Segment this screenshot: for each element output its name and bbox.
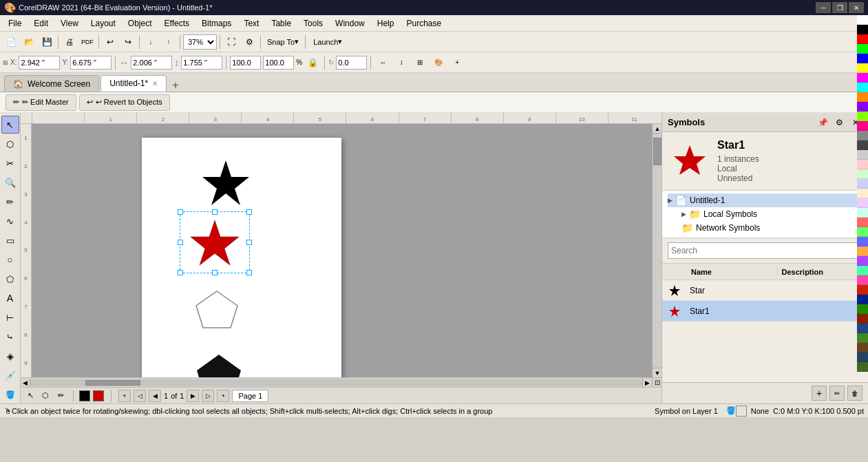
edit-symbol-button[interactable]: ✏ <box>829 386 845 401</box>
sym-col-name[interactable]: Name <box>687 268 778 276</box>
tab-welcome-screen[interactable]: 🏠 Welcome Screen <box>4 75 99 92</box>
transform-button[interactable]: ⊞ <box>412 54 428 71</box>
red-star-shape[interactable] <box>187 217 243 271</box>
color-swatch-cyan[interactable] <box>857 83 868 92</box>
color-swatch-magenta[interactable] <box>857 73 868 83</box>
lock-aspect-button[interactable]: 🔒 <box>304 54 321 71</box>
close-button[interactable]: ✕ <box>849 2 864 13</box>
color-swatch-white[interactable] <box>857 15 868 25</box>
color-swatch-maroon[interactable] <box>857 343 868 353</box>
color-swatch-navy[interactable] <box>857 324 868 333</box>
color-swatch-lightblue[interactable] <box>857 179 868 189</box>
color-swatch-peach[interactable] <box>857 189 868 198</box>
menu-purchase[interactable]: Purchase <box>401 17 447 30</box>
bottom-select-tool[interactable]: ↖ <box>23 389 37 403</box>
sym-col-desc[interactable]: Description <box>778 268 869 276</box>
color-swatch-pink2[interactable] <box>857 160 868 169</box>
menu-tools[interactable]: Tools <box>298 17 328 30</box>
tree-item-network-symbols[interactable]: 📁 Network Symbols <box>668 221 862 235</box>
rectangle-tool[interactable]: ▭ <box>1 231 19 249</box>
black-star-shape[interactable] <box>198 157 253 211</box>
menu-help[interactable]: Help <box>372 17 400 30</box>
scale-w-input[interactable] <box>230 56 261 70</box>
menu-bitmaps[interactable]: Bitmaps <box>196 17 237 30</box>
next-page-button[interactable]: ▶ <box>187 390 199 402</box>
open-button[interactable]: 📂 <box>21 34 37 50</box>
flip-h-button[interactable]: ↔ <box>374 54 391 71</box>
color-swatch-darkblue[interactable] <box>857 295 868 304</box>
h-scrollbar-thumb[interactable] <box>85 380 140 386</box>
symbol-row-star1[interactable]: Star1 <box>662 301 868 322</box>
dimension-tool[interactable]: ⊢ <box>1 308 19 326</box>
color-swatch-purple[interactable] <box>857 102 868 112</box>
outline-color-swatch[interactable] <box>79 390 90 401</box>
bottom-node-tool[interactable]: ⬡ <box>39 389 52 403</box>
menu-view[interactable]: View <box>55 17 84 30</box>
connector-tool[interactable]: ⤷ <box>1 328 19 346</box>
zoom-fit-button[interactable]: ⊡ <box>652 378 661 388</box>
zoom-tool[interactable]: 🔍 <box>1 174 19 191</box>
bottom-pencil-tool[interactable]: ✏ <box>54 389 67 403</box>
color-button[interactable]: 🎨 <box>430 54 447 71</box>
full-screen-button[interactable]: ⛶ <box>223 34 240 50</box>
pentagon-outline-shape[interactable] <box>193 288 241 335</box>
new-page-button[interactable]: + <box>217 390 229 402</box>
color-swatch-orange[interactable] <box>857 92 868 102</box>
tree-item-untitled[interactable]: ▶ 📄 Untitled-1 <box>668 193 862 207</box>
color-swatch-pink[interactable] <box>857 121 868 131</box>
color-swatch-yellow[interactable] <box>857 63 868 73</box>
color-swatch-steel[interactable] <box>857 353 868 362</box>
color-swatch-green2[interactable] <box>857 227 868 237</box>
menu-table[interactable]: Table <box>266 17 297 30</box>
new-button[interactable]: 📄 <box>3 34 19 50</box>
redo-button[interactable]: ↪ <box>120 34 136 50</box>
scroll-up-button[interactable]: ▲ <box>653 124 661 134</box>
minimize-button[interactable]: ─ <box>816 2 831 13</box>
undo-button[interactable]: ↩ <box>102 34 118 50</box>
color-swatch-blue[interactable] <box>857 54 868 63</box>
eyedropper-tool[interactable]: 💉 <box>1 366 19 384</box>
color-swatch-lime[interactable] <box>857 112 868 121</box>
menu-text[interactable]: Text <box>238 17 264 30</box>
crop-tool[interactable]: ✂ <box>1 154 19 172</box>
width-value-input[interactable] <box>131 56 172 70</box>
color-swatch-orange2[interactable] <box>857 246 868 256</box>
color-swatch-black[interactable] <box>857 25 868 34</box>
pdf-button[interactable]: PDF <box>79 34 96 50</box>
first-page-button[interactable]: ◁ <box>134 390 146 402</box>
snap-to-button[interactable]: Snap To ▾ <box>264 34 302 50</box>
import-button[interactable]: ↓ <box>142 34 159 50</box>
print-button[interactable]: 🖨 <box>61 34 78 50</box>
launch-button[interactable]: Launch ▾ <box>308 34 347 50</box>
color-swatch-salmon[interactable] <box>857 218 868 227</box>
menu-object[interactable]: Object <box>123 17 158 30</box>
height-value-input[interactable] <box>181 56 222 70</box>
add-symbol-button[interactable]: + <box>812 386 827 401</box>
fill-color-swatch[interactable] <box>93 390 104 401</box>
add-tab-button[interactable]: + <box>168 79 182 92</box>
color-swatch-hotpink[interactable] <box>857 275 868 285</box>
color-swatch-red[interactable] <box>857 34 868 44</box>
angle-input[interactable] <box>336 56 367 70</box>
ellipse-tool[interactable]: ○ <box>1 251 19 269</box>
restore-button[interactable]: ❐ <box>832 2 847 13</box>
save-button[interactable]: 💾 <box>39 34 55 50</box>
last-page-button[interactable]: ▷ <box>202 390 214 402</box>
color-swatch-gray[interactable] <box>857 131 868 140</box>
menu-window[interactable]: Window <box>330 17 370 30</box>
menu-file[interactable]: File <box>3 17 27 30</box>
y-value-input[interactable] <box>70 56 112 70</box>
color-swatch-brown[interactable] <box>857 314 868 324</box>
symbols-panel-settings-button[interactable]: ⚙ <box>832 116 846 129</box>
scale-h-input[interactable] <box>263 56 294 70</box>
curve-tool[interactable]: ∿ <box>1 212 19 230</box>
scrollbar-thumb[interactable] <box>653 138 661 165</box>
text-tool[interactable]: A <box>1 289 19 307</box>
scroll-right-button[interactable]: ▶ <box>642 378 652 388</box>
color-swatch-teal[interactable] <box>857 266 868 275</box>
color-swatch-purple2[interactable] <box>857 256 868 266</box>
color-swatch-mint[interactable] <box>857 208 868 218</box>
zoom-select[interactable]: 37% <box>183 34 217 50</box>
color-swatch-darkgreen[interactable] <box>857 304 868 314</box>
scroll-left-button[interactable]: ◀ <box>21 378 30 388</box>
